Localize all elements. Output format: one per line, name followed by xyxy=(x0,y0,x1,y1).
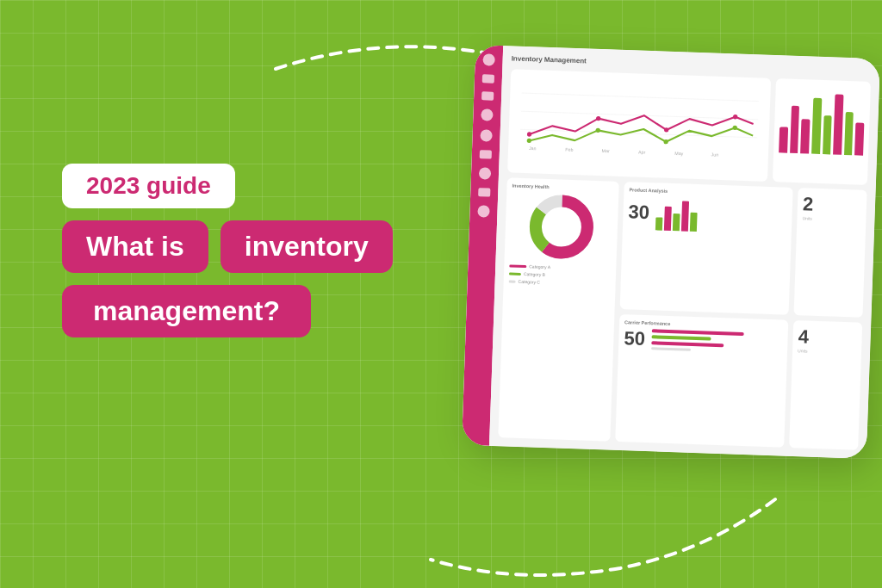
product-mini-bars xyxy=(655,195,698,232)
mini-bar-4 xyxy=(681,201,689,231)
bar-6 xyxy=(833,95,843,155)
sidebar-icon-phone xyxy=(480,150,492,158)
dashboard-window: Inventory Management xyxy=(462,45,880,459)
bar-8 xyxy=(854,122,864,155)
dashboard-mockup: Inventory Management xyxy=(469,52,882,482)
sidebar-icon-message xyxy=(481,108,493,121)
bar-chart xyxy=(779,84,866,155)
middle-panels: Product Analysis 30 xyxy=(615,182,792,448)
left-content: 2023 guide What is inventory management? xyxy=(62,164,393,337)
sidebar-icon-search xyxy=(482,74,494,83)
svg-text:Apr: Apr xyxy=(638,149,646,154)
bar-1 xyxy=(779,127,788,152)
svg-text:Mar: Mar xyxy=(602,148,611,153)
line-chart-svg: Jan Feb Mar Apr May Jun xyxy=(513,75,766,161)
other-value: 2 xyxy=(803,193,862,217)
svg-line-0 xyxy=(522,93,759,102)
svg-line-1 xyxy=(521,111,758,120)
svg-text:Jan: Jan xyxy=(529,145,537,151)
bar-3 xyxy=(800,119,810,153)
carrier-lines xyxy=(651,329,782,354)
svg-point-7 xyxy=(527,139,531,143)
sidebar-icon-chart xyxy=(481,91,494,100)
mini-bar-5 xyxy=(690,213,698,232)
right-panel-label-top: Units xyxy=(802,215,860,222)
donut-chart-svg xyxy=(526,191,598,263)
bar-4 xyxy=(811,98,822,154)
right-panel-bottom: 4 Units xyxy=(789,320,862,450)
inventory-badge: inventory xyxy=(220,220,393,273)
guide-badge: 2023 guide xyxy=(62,164,235,208)
right-panels: 2 Units 4 Units xyxy=(789,188,866,450)
carrier-line-1 xyxy=(652,329,743,336)
inventory-health-panel: Inventory Health xyxy=(498,177,618,441)
what-is-badge: What is xyxy=(62,220,208,273)
carrier-line-3 xyxy=(652,341,724,347)
svg-text:May: May xyxy=(674,151,684,156)
carrier-label xyxy=(651,347,691,351)
bottom-panels-row: Inventory Health xyxy=(498,177,866,449)
svg-text:Feb: Feb xyxy=(565,146,573,152)
carrier-value: 50 xyxy=(624,327,645,350)
svg-text:Jun: Jun xyxy=(711,152,719,157)
mini-bar-1 xyxy=(655,217,663,230)
line-chart-panel: Jan Feb Mar Apr May Jun xyxy=(507,69,771,181)
svg-point-3 xyxy=(527,132,531,136)
mini-bar-2 xyxy=(664,207,672,231)
carrier-line-2 xyxy=(652,335,711,340)
mini-bar-3 xyxy=(673,214,680,231)
right-panel-top: 2 Units xyxy=(794,188,867,318)
donut-chart-container xyxy=(510,191,614,263)
product-analysis-panel: Product Analysis 30 xyxy=(620,182,793,315)
inventory-health-title: Inventory Health xyxy=(512,183,613,192)
product-analysis-content: 30 xyxy=(628,195,787,234)
other-value2: 4 xyxy=(798,325,857,350)
donut-legend: Category A Category B Category C xyxy=(509,263,612,287)
bar-chart-panel xyxy=(773,78,871,185)
top-charts-row: Jan Feb Mar Apr May Jun xyxy=(507,69,871,185)
carrier-performance-panel: Carrier Performance 50 xyxy=(615,314,788,448)
sidebar-icon-person xyxy=(477,205,489,217)
carrier-performance-content: 50 xyxy=(624,327,783,355)
product-value: 30 xyxy=(628,201,649,224)
what-is-row: What is inventory xyxy=(62,220,393,273)
sidebar-icon-at xyxy=(480,129,492,141)
bar-7 xyxy=(844,112,854,155)
dashboard-main: Inventory Management xyxy=(489,46,880,459)
right-panel-label-bottom: Units xyxy=(798,348,856,355)
sidebar-icon-nav xyxy=(478,188,490,196)
management-badge: management? xyxy=(62,285,311,337)
sidebar-icon-mail xyxy=(479,167,491,179)
bar-5 xyxy=(823,115,832,154)
svg-point-20 xyxy=(543,209,579,244)
sidebar-icon-user xyxy=(482,53,494,65)
bar-2 xyxy=(790,106,800,153)
